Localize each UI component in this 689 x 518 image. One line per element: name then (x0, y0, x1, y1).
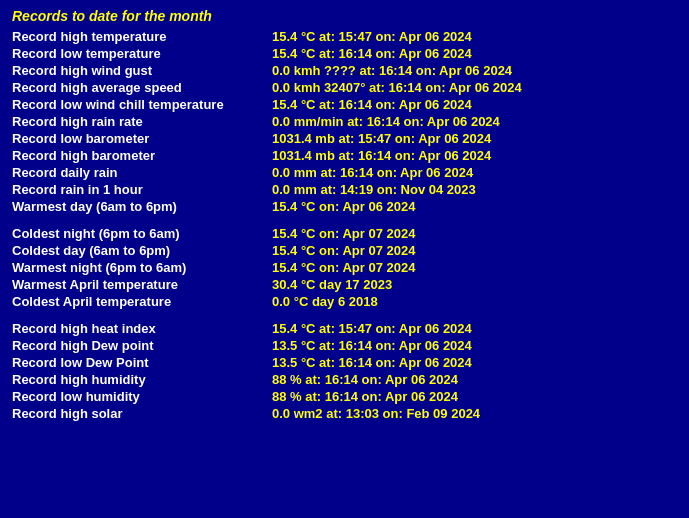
table-row: Record low humidity 88 % at: 16:14 on: A… (12, 388, 677, 405)
record-label: Record high Dew point (12, 337, 272, 354)
table-row: Coldest night (6pm to 6am) 15.4 °C on: A… (12, 225, 677, 242)
table-row: Record high rain rate 0.0 mm/min at: 16:… (12, 113, 677, 130)
record-value: 15.4 °C on: Apr 07 2024 (272, 242, 677, 259)
record-value: 0.0 mm at: 16:14 on: Apr 06 2024 (272, 164, 677, 181)
record-label: Record rain in 1 hour (12, 181, 272, 198)
record-value: 0.0 mm/min at: 16:14 on: Apr 06 2024 (272, 113, 677, 130)
record-value: 0.0 mm at: 14:19 on: Nov 04 2023 (272, 181, 677, 198)
table-row: Record low Dew Point 13.5 °C at: 16:14 o… (12, 354, 677, 371)
record-value: 15.4 °C on: Apr 07 2024 (272, 225, 677, 242)
record-value: 0.0 wm2 at: 13:03 on: Feb 09 2024 (272, 405, 677, 422)
record-value: 15.4 °C on: Apr 06 2024 (272, 198, 677, 215)
record-label: Record low temperature (12, 45, 272, 62)
record-label: Record low barometer (12, 130, 272, 147)
record-value: 30.4 °C day 17 2023 (272, 276, 677, 293)
table-row: Warmest day (6am to 6pm) 15.4 °C on: Apr… (12, 198, 677, 215)
record-label: Coldest April temperature (12, 293, 272, 310)
spacer-row (12, 310, 677, 320)
record-value: 1031.4 mb at: 15:47 on: Apr 06 2024 (272, 130, 677, 147)
record-value: 1031.4 mb at: 16:14 on: Apr 06 2024 (272, 147, 677, 164)
table-row: Record high wind gust 0.0 kmh ???? at: 1… (12, 62, 677, 79)
record-label: Record high barometer (12, 147, 272, 164)
record-label: Record high average speed (12, 79, 272, 96)
table-row: Record low wind chill temperature 15.4 °… (12, 96, 677, 113)
record-label: Record high heat index (12, 320, 272, 337)
table-row: Record high humidity 88 % at: 16:14 on: … (12, 371, 677, 388)
record-label: Warmest day (6am to 6pm) (12, 198, 272, 215)
record-value: 15.4 °C at: 16:14 on: Apr 06 2024 (272, 96, 677, 113)
table-row: Warmest April temperature 30.4 °C day 17… (12, 276, 677, 293)
table-row: Coldest day (6am to 6pm) 15.4 °C on: Apr… (12, 242, 677, 259)
table-row: Record low barometer 1031.4 mb at: 15:47… (12, 130, 677, 147)
record-label: Record high solar (12, 405, 272, 422)
record-label: Record daily rain (12, 164, 272, 181)
spacer-row (12, 215, 677, 225)
record-value: 15.4 °C at: 15:47 on: Apr 06 2024 (272, 320, 677, 337)
record-value: 13.5 °C at: 16:14 on: Apr 06 2024 (272, 337, 677, 354)
record-value: 15.4 °C at: 15:47 on: Apr 06 2024 (272, 28, 677, 45)
table-row: Record low temperature 15.4 °C at: 16:14… (12, 45, 677, 62)
table-row: Record rain in 1 hour 0.0 mm at: 14:19 o… (12, 181, 677, 198)
record-label: Record high wind gust (12, 62, 272, 79)
record-label: Warmest April temperature (12, 276, 272, 293)
record-label: Coldest day (6am to 6pm) (12, 242, 272, 259)
table-row: Record high solar 0.0 wm2 at: 13:03 on: … (12, 405, 677, 422)
record-value: 15.4 °C on: Apr 07 2024 (272, 259, 677, 276)
record-label: Coldest night (6pm to 6am) (12, 225, 272, 242)
record-label: Record high rain rate (12, 113, 272, 130)
record-value: 88 % at: 16:14 on: Apr 06 2024 (272, 388, 677, 405)
record-value: 13.5 °C at: 16:14 on: Apr 06 2024 (272, 354, 677, 371)
table-row: Warmest night (6pm to 6am) 15.4 °C on: A… (12, 259, 677, 276)
record-value: 0.0 °C day 6 2018 (272, 293, 677, 310)
record-label: Record high humidity (12, 371, 272, 388)
record-label: Warmest night (6pm to 6am) (12, 259, 272, 276)
record-value: 88 % at: 16:14 on: Apr 06 2024 (272, 371, 677, 388)
table-row: Record high barometer 1031.4 mb at: 16:1… (12, 147, 677, 164)
table-row: Record high Dew point 13.5 °C at: 16:14 … (12, 337, 677, 354)
table-row: Record high heat index 15.4 °C at: 15:47… (12, 320, 677, 337)
record-label: Record low humidity (12, 388, 272, 405)
table-row: Record daily rain 0.0 mm at: 16:14 on: A… (12, 164, 677, 181)
record-value: 15.4 °C at: 16:14 on: Apr 06 2024 (272, 45, 677, 62)
record-value: 0.0 kmh ???? at: 16:14 on: Apr 06 2024 (272, 62, 677, 79)
record-label: Record low Dew Point (12, 354, 272, 371)
record-value: 0.0 kmh 32407° at: 16:14 on: Apr 06 2024 (272, 79, 677, 96)
records-table: Record high temperature 15.4 °C at: 15:4… (12, 28, 677, 422)
page-title: Records to date for the month (12, 8, 677, 24)
record-label: Record low wind chill temperature (12, 96, 272, 113)
record-label: Record high temperature (12, 28, 272, 45)
table-row: Record high average speed 0.0 kmh 32407°… (12, 79, 677, 96)
table-row: Coldest April temperature 0.0 °C day 6 2… (12, 293, 677, 310)
table-row: Record high temperature 15.4 °C at: 15:4… (12, 28, 677, 45)
